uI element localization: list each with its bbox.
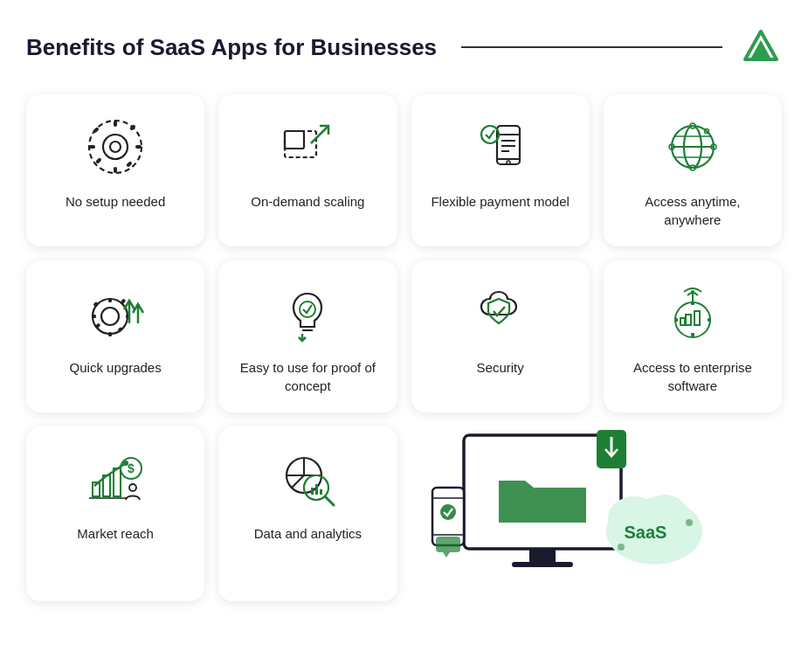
- svg-rect-14: [285, 131, 304, 149]
- page-header: Benefits of SaaS Apps for Businesses: [26, 26, 782, 68]
- svg-point-3: [103, 135, 128, 159]
- svg-point-35: [101, 308, 119, 325]
- svg-rect-11: [95, 157, 102, 164]
- svg-rect-57: [708, 318, 711, 322]
- svg-text:$: $: [128, 461, 135, 475]
- svg-rect-37: [108, 332, 112, 336]
- svg-rect-55: [691, 333, 694, 336]
- svg-rect-51: [686, 315, 691, 325]
- svg-rect-52: [694, 311, 700, 325]
- card-quick-upgrades: Quick upgrades: [26, 260, 204, 412]
- cards-row-3: $ Market reach: [26, 426, 782, 601]
- cards-row-2: Quick upgrades Easy to use for proof of …: [26, 260, 782, 412]
- market-icon: $: [84, 447, 147, 510]
- saas-illustration: SaaS: [411, 426, 783, 601]
- svg-rect-62: [114, 468, 121, 496]
- card-no-setup-label: No setup needed: [66, 192, 165, 211]
- svg-rect-10: [126, 161, 133, 168]
- card-market-reach: $ Market reach: [26, 426, 204, 601]
- saas-svg: SaaS: [411, 418, 708, 601]
- card-enterprise: Access to enterprise software: [604, 260, 782, 412]
- svg-rect-12: [129, 124, 136, 131]
- card-quick-upgrades-label: Quick upgrades: [70, 358, 162, 377]
- svg-text:SaaS: SaaS: [624, 523, 666, 542]
- card-security-label: Security: [477, 358, 524, 377]
- svg-rect-73: [320, 489, 322, 495]
- card-flexible-payment-label: Flexible payment model: [431, 192, 569, 211]
- card-no-setup: No setup needed: [26, 94, 204, 246]
- gear-icon: [84, 115, 147, 178]
- svg-rect-72: [315, 484, 318, 495]
- card-enterprise-label: Access to enterprise software: [618, 358, 768, 395]
- svg-rect-53: [680, 318, 685, 325]
- svg-rect-36: [108, 298, 112, 302]
- svg-rect-40: [93, 301, 99, 307]
- scaling-icon: [276, 115, 339, 178]
- card-market-reach-label: Market reach: [77, 524, 154, 543]
- payment-icon: [469, 115, 532, 178]
- card-flexible-payment: Flexible payment model: [411, 94, 590, 246]
- card-data-analytics: Data and analytics: [218, 426, 397, 601]
- card-on-demand-label: On-demand scaling: [251, 192, 364, 211]
- svg-point-90: [686, 519, 693, 526]
- svg-point-4: [110, 142, 121, 152]
- lightbulb-icon: [276, 281, 339, 344]
- svg-point-80: [440, 504, 456, 520]
- upgrades-icon: [84, 281, 147, 344]
- svg-rect-71: [311, 488, 314, 495]
- svg-rect-13: [285, 131, 316, 157]
- card-access-anytime: Access anytime, anywhere: [604, 94, 782, 246]
- svg-rect-5: [114, 121, 117, 127]
- svg-rect-7: [89, 145, 95, 149]
- svg-point-48: [300, 301, 315, 317]
- card-easy-use-label: Easy to use for proof of concept: [232, 358, 383, 395]
- svg-point-66: [129, 484, 136, 491]
- svg-rect-38: [92, 315, 96, 318]
- svg-point-19: [507, 161, 510, 164]
- svg-rect-6: [114, 167, 117, 173]
- card-on-demand: On-demand scaling: [218, 94, 397, 246]
- page-title: Benefits of SaaS Apps for Businesses: [26, 34, 437, 61]
- card-access-anytime-label: Access anytime, anywhere: [618, 192, 768, 229]
- enterprise-icon: [661, 281, 724, 344]
- svg-rect-8: [135, 145, 142, 149]
- svg-marker-82: [443, 552, 450, 558]
- svg-line-15: [311, 126, 328, 143]
- cards-row-1: No setup needed On-demand scaling: [26, 94, 782, 246]
- svg-point-59: [691, 290, 694, 294]
- header-line: [461, 46, 722, 48]
- card-data-analytics-label: Data and analytics: [254, 524, 362, 543]
- globe-icon: [661, 115, 724, 178]
- svg-rect-56: [674, 318, 678, 322]
- card-easy-use: Easy to use for proof of concept: [218, 260, 397, 412]
- svg-point-89: [618, 544, 625, 551]
- svg-line-70: [325, 496, 334, 505]
- shield-icon: [469, 281, 532, 344]
- brand-logo: [740, 26, 782, 68]
- svg-rect-76: [529, 549, 556, 563]
- card-security: Security: [411, 260, 590, 412]
- svg-rect-81: [436, 537, 460, 552]
- svg-rect-77: [512, 562, 573, 567]
- analytics-icon: [276, 447, 339, 510]
